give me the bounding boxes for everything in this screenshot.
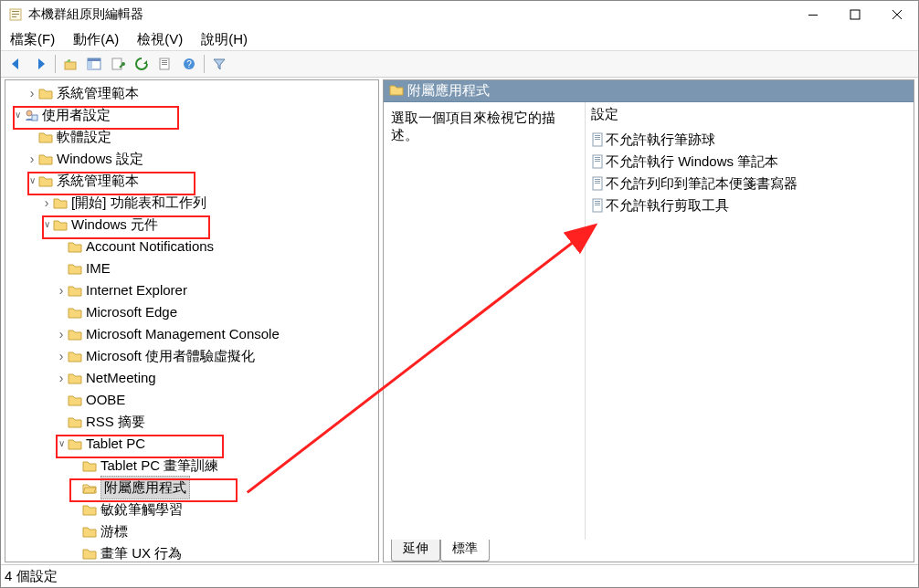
tree-item-tabletpc-training[interactable]: Tablet PC 畫筆訓練 [11, 455, 378, 477]
user-config-icon [24, 108, 40, 122]
up-button[interactable] [58, 52, 82, 76]
list-item[interactable]: 不允許執行剪取工具尚 [586, 194, 914, 216]
tree-item-admin-templates-user[interactable]: 系統管理範本 [11, 170, 378, 192]
policy-icon [591, 176, 606, 191]
folder-icon [82, 502, 99, 517]
folder-icon [68, 436, 84, 451]
tree-item-tabletpc[interactable]: Tablet PC [11, 433, 378, 455]
toolbar-sep [55, 55, 56, 73]
tree-item-admin-templates-computer[interactable]: 系統管理範本 [11, 82, 378, 104]
svg-rect-2 [12, 14, 19, 15]
folder-icon [53, 195, 69, 210]
app-icon [8, 7, 23, 22]
svg-rect-8 [65, 62, 76, 69]
svg-rect-16 [162, 62, 167, 63]
folder-icon [389, 82, 404, 100]
folder-icon [82, 524, 99, 539]
svg-rect-35 [595, 201, 600, 202]
minimize-button[interactable] [792, 1, 834, 28]
svg-rect-4 [808, 15, 818, 16]
tree-item-software-settings[interactable]: 軟體設定 [11, 126, 378, 148]
folder-icon [68, 305, 84, 320]
show-hide-tree-button[interactable] [82, 52, 106, 76]
right-pane-tabs: 延伸 標準 [384, 540, 914, 562]
menu-help[interactable]: 說明(H) [192, 29, 257, 50]
status-text: 4 個設定 [5, 568, 58, 585]
menubar: 檔案(F) 動作(A) 檢視(V) 說明(H) [1, 28, 918, 51]
svg-rect-24 [595, 137, 600, 138]
tree-item-rss[interactable]: RSS 摘要 [11, 411, 378, 433]
tree-item-netmeeting[interactable]: NetMeeting [11, 367, 378, 389]
svg-rect-33 [595, 183, 600, 184]
tree-pane[interactable]: 系統管理範本 使用者設定 軟體設定 Windows 設定 系統管理範本 [開始]… [5, 79, 379, 562]
svg-rect-32 [595, 181, 600, 182]
policy-icon [591, 198, 606, 213]
filter-button[interactable] [207, 52, 231, 76]
tree-item-pen-ux[interactable]: 畫筆 UX 行為 [11, 542, 378, 562]
tree-item-windows-components[interactable]: Windows 元件 [11, 214, 378, 236]
folder-icon [68, 371, 84, 385]
tree-item-uev[interactable]: Microsoft 使用者體驗虛擬化 [11, 345, 378, 367]
menu-view[interactable]: 檢視(V) [128, 29, 192, 50]
right-pane: 附屬應用程式 選取一個項目來檢視它的描述。 設定 不允許執行筆跡球尚 不允許執行… [383, 79, 914, 562]
export-button[interactable] [153, 52, 177, 76]
window: 本機群組原則編輯器 檔案(F) 動作(A) 檢視(V) 說明(H) ? [0, 0, 919, 588]
back-button[interactable] [5, 52, 28, 76]
list-body[interactable]: 不允許執行筆跡球尚 不允許執行 Windows 筆記本尚 不允許列印到筆記本便箋… [586, 129, 914, 540]
folder-icon [53, 217, 69, 232]
folder-icon [38, 130, 55, 144]
menu-action[interactable]: 動作(A) [64, 29, 128, 50]
right-pane-title: 附屬應用程式 [407, 82, 490, 100]
folder-icon [68, 415, 84, 429]
folder-icon [38, 173, 55, 188]
close-button[interactable] [876, 1, 918, 28]
properties-button[interactable] [106, 52, 130, 76]
svg-rect-28 [595, 159, 600, 160]
help-button[interactable]: ? [177, 52, 201, 76]
statusbar: 4 個設定 [1, 564, 918, 587]
maximize-button[interactable] [834, 1, 876, 28]
menu-file[interactable]: 檔案(F) [1, 29, 64, 50]
tree-item-mmc[interactable]: Microsoft Management Console [11, 323, 378, 345]
forward-button[interactable] [28, 52, 52, 76]
description-panel: 選取一個項目來檢視它的描述。 [384, 102, 586, 540]
svg-rect-3 [12, 16, 16, 17]
tab-standard[interactable]: 標準 [440, 540, 490, 562]
column-setting[interactable]: 設定 [591, 106, 908, 123]
folder-icon [68, 239, 84, 254]
tree-item-user-config[interactable]: 使用者設定 [11, 104, 378, 126]
toolbar: ? [1, 51, 918, 78]
folder-icon [38, 86, 55, 100]
tree-item-cursors[interactable]: 游標 [11, 520, 378, 542]
tree-item-start-menu[interactable]: [開始] 功能表和工作列 [11, 192, 378, 214]
list-item[interactable]: 不允許執行 Windows 筆記本尚 [586, 151, 914, 173]
titlebar: 本機群組原則編輯器 [1, 1, 918, 28]
list-header[interactable]: 設定 [586, 102, 914, 129]
tab-extended[interactable]: 延伸 [391, 540, 440, 562]
list-item[interactable]: 不允許列印到筆記本便箋書寫器尚 [586, 173, 914, 194]
tree-item-account-notifications[interactable]: Account Notifications [11, 236, 378, 257]
tree-item-internet-explorer[interactable]: Internet Explorer [11, 279, 378, 301]
folder-icon [82, 546, 99, 561]
folder-icon [68, 327, 84, 341]
svg-rect-29 [595, 161, 600, 162]
folder-icon [68, 261, 84, 276]
svg-rect-23 [595, 135, 600, 136]
tree-item-microsoft-edge[interactable]: Microsoft Edge [11, 301, 378, 323]
right-pane-header: 附屬應用程式 [384, 80, 914, 102]
refresh-button[interactable] [130, 52, 153, 76]
policy-icon [591, 154, 606, 169]
svg-rect-15 [162, 60, 167, 61]
tree-item-oobe[interactable]: OOBE [11, 389, 378, 411]
window-title: 本機群組原則編輯器 [28, 6, 792, 23]
folder-icon [68, 393, 84, 407]
svg-rect-25 [595, 139, 600, 140]
settings-list: 設定 不允許執行筆跡球尚 不允許執行 Windows 筆記本尚 不允許列印到筆記… [586, 102, 914, 540]
svg-rect-37 [595, 205, 600, 205]
tree-item-windows-settings[interactable]: Windows 設定 [11, 148, 378, 170]
tree-item-accessories[interactable]: 附屬應用程式 [11, 477, 378, 499]
list-item[interactable]: 不允許執行筆跡球尚 [586, 129, 914, 151]
tree-item-pen-feedback[interactable]: 敏銳筆觸學習 [11, 499, 378, 520]
folder-icon [68, 349, 84, 363]
tree-item-ime[interactable]: IME [11, 257, 378, 279]
